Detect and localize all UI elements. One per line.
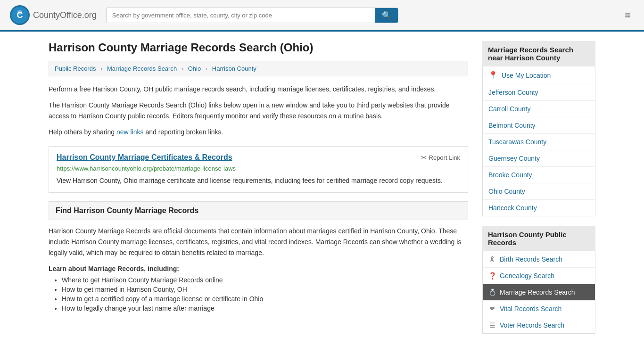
nearby-county-link[interactable]: Brooke County [483,167,595,183]
header: C CountyOffice.org 🔍 ≡ [0,0,644,32]
public-records-link[interactable]: ❓Genealogy Search [483,268,595,284]
report-link-button[interactable]: ✂ Report Link [421,153,460,162]
menu-button[interactable]: ≡ [621,7,635,23]
intro-paragraph-3: Help others by sharing new links and rep… [49,127,468,137]
sidebar-record-label: Voter Records Search [500,321,564,329]
search-icon: 🔍 [382,11,391,19]
search-input[interactable] [107,8,375,23]
breadcrumb-marriage-records[interactable]: Marriage Records Search [107,65,177,72]
hamburger-icon: ≡ [625,9,631,21]
intro3-post: and reporting broken links. [144,128,223,136]
intro-paragraph-1: Perform a free Harrison County, OH publi… [49,84,468,94]
main-content: Harrison County Marriage Records Search … [49,41,468,343]
breadcrumb-harrison[interactable]: Harrison County [212,65,256,72]
public-records-link[interactable]: 🎗Birth Records Search [483,251,595,268]
sidebar-record-icon: ❓ [488,272,496,280]
search-bar: 🔍 [106,8,398,23]
content-wrapper: Harrison County Marriage Records Search … [39,32,605,353]
breadcrumb-public-records[interactable]: Public Records [55,65,96,72]
public-records-link[interactable]: ❤Vital Records Search [483,301,595,317]
sidebar-record-label: Birth Records Search [500,255,562,263]
sidebar: Marriage Records Search near Harrison Co… [482,41,595,343]
nearby-section: Marriage Records Search near Harrison Co… [482,41,595,216]
breadcrumb-sep-2: › [182,65,183,72]
sidebar-record-icon: ☰ [488,321,496,329]
intro3-pre: Help others by sharing [49,128,116,136]
public-records-section: Harrison County Public Records 🎗Birth Re… [482,226,595,334]
nearby-county-link[interactable]: Carroll County [483,101,595,117]
learn-list-item: How to legally change your last name aft… [62,304,468,312]
use-location-label: Use My Location [502,72,551,79]
find-section-body: Harrison County Marriage Records are off… [49,226,468,258]
nearby-section-title: Marriage Records Search near Harrison Co… [482,41,595,66]
learn-list-item: Where to get Harrison County Marriage Re… [62,276,468,284]
page-title: Harrison County Marriage Records Search … [49,41,468,54]
logo-suffix: .org [82,10,97,20]
learn-list: Where to get Harrison County Marriage Re… [62,276,468,312]
sidebar-record-label: Marriage Records Search [500,288,575,296]
breadcrumb-sep-3: › [206,65,207,72]
learn-list-item: How to get married in Harrison County, O… [62,286,468,293]
intro-paragraph-2: The Harrison County Marriage Records Sea… [49,100,468,121]
nearby-county-link[interactable]: Hancock County [483,200,595,216]
find-section-title: Find Harrison County Marriage Records [56,206,461,215]
sidebar-record-icon: 💍 [488,288,496,296]
breadcrumb-ohio[interactable]: Ohio [188,65,201,72]
logo-icon: C [9,5,30,25]
record-card: Harrison County Marriage Certificates & … [49,146,468,193]
nearby-county-link[interactable]: Ohio County [483,183,595,200]
logo[interactable]: C CountyOffice.org [9,5,97,25]
svg-point-3 [17,10,22,15]
record-url[interactable]: https://www.harrisoncountyohio.org/proba… [57,165,460,172]
learn-heading: Learn about Marriage Records, including: [49,265,468,272]
public-records-section-title: Harrison County Public Records [482,226,595,251]
record-card-header: Harrison County Marriage Certificates & … [57,153,460,162]
public-records-link[interactable]: 💍Marriage Records Search [483,284,595,301]
learn-list-item: How to get a certified copy of a marriag… [62,295,468,303]
public-records-link[interactable]: ☰Voter Records Search [483,317,595,333]
sidebar-record-label: Vital Records Search [500,305,561,313]
use-my-location[interactable]: 📍 Use My Location [483,66,595,84]
breadcrumb-sep-1: › [100,65,102,72]
record-description: View Harrison County, Ohio marriage cert… [57,176,460,186]
nearby-county-link[interactable]: Jefferson County [483,84,595,101]
breadcrumb: Public Records › Marriage Records Search… [49,61,468,76]
nearby-county-link[interactable]: Belmont County [483,117,595,134]
new-links-link[interactable]: new links [116,128,144,136]
nearby-county-link[interactable]: Tuscarawas County [483,134,595,150]
sidebar-record-icon: ❤ [488,305,496,313]
nearby-county-list: 📍 Use My Location Jefferson CountyCarrol… [482,66,595,216]
sidebar-record-label: Genealogy Search [500,272,554,280]
logo-name: CountyOffice [33,10,82,20]
record-card-title[interactable]: Harrison County Marriage Certificates & … [57,153,232,162]
public-records-list: 🎗Birth Records Search❓Genealogy Search💍M… [482,251,595,334]
logo-text: CountyOffice.org [33,10,97,20]
search-button[interactable]: 🔍 [375,8,398,23]
sidebar-record-icon: 🎗 [488,255,496,263]
report-link-label: Report Link [429,154,460,161]
find-section-header: Find Harrison County Marriage Records [49,201,468,220]
location-pin-icon: 📍 [488,71,498,80]
broken-link-icon: ✂ [421,153,427,162]
nearby-county-link[interactable]: Guernsey County [483,150,595,167]
